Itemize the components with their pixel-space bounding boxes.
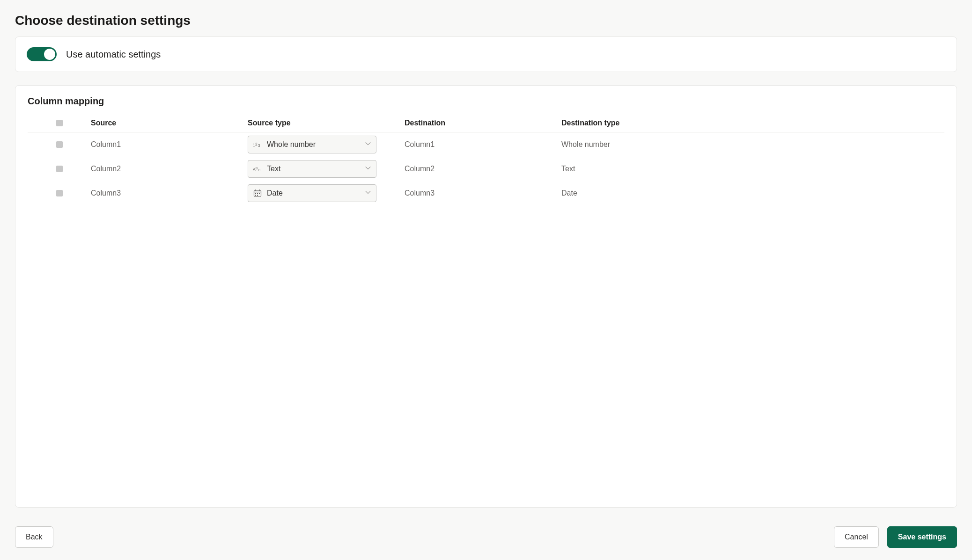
source-cell: Column2 xyxy=(91,165,248,173)
column-mapping-title: Column mapping xyxy=(28,96,944,107)
source-type-select[interactable]: 1 2 3 Whole number xyxy=(248,136,376,153)
text-icon: A B C xyxy=(253,164,262,174)
destination-type-cell: Text xyxy=(561,165,944,173)
page-title: Choose destination settings xyxy=(0,0,972,36)
chevron-down-icon xyxy=(365,140,371,149)
row-checkbox[interactable] xyxy=(56,190,63,196)
source-type-select[interactable]: Date xyxy=(248,184,376,202)
auto-settings-card: Use automatic settings xyxy=(15,36,957,72)
select-all-checkbox[interactable] xyxy=(56,120,63,126)
source-type-value: Text xyxy=(267,165,280,173)
table-row: Column3 xyxy=(28,181,944,205)
source-cell: Column3 xyxy=(91,189,248,197)
toggle-knob xyxy=(44,49,55,60)
table-row: Column1 1 2 3 Whole number xyxy=(28,132,944,157)
destination-cell: Column3 xyxy=(405,189,561,197)
cancel-button[interactable]: Cancel xyxy=(834,526,879,548)
row-checkbox[interactable] xyxy=(56,141,63,148)
header-destination-type: Destination type xyxy=(561,119,944,127)
footer: Back Cancel Save settings xyxy=(0,517,972,560)
svg-text:C: C xyxy=(258,168,261,172)
number-icon: 1 2 3 xyxy=(253,140,262,149)
source-type-value: Date xyxy=(267,189,283,197)
destination-type-cell: Date xyxy=(561,189,944,197)
svg-rect-13 xyxy=(255,195,256,196)
destination-cell: Column2 xyxy=(405,165,561,173)
chevron-down-icon xyxy=(365,189,371,197)
source-type-select[interactable]: A B C Text xyxy=(248,160,376,178)
column-mapping-card: Column mapping Source Source type Destin… xyxy=(15,85,957,508)
table-row: Column2 A B C Text xyxy=(28,157,944,181)
header-source: Source xyxy=(91,119,248,127)
destination-type-cell: Whole number xyxy=(561,140,944,149)
save-button[interactable]: Save settings xyxy=(887,526,957,548)
svg-rect-14 xyxy=(257,195,258,196)
svg-rect-12 xyxy=(259,193,260,194)
auto-settings-label: Use automatic settings xyxy=(66,49,161,60)
date-icon xyxy=(253,189,262,198)
svg-text:3: 3 xyxy=(258,143,260,148)
row-checkbox[interactable] xyxy=(56,166,63,172)
source-type-value: Whole number xyxy=(267,140,316,149)
header-source-type: Source type xyxy=(248,119,405,127)
header-destination: Destination xyxy=(405,119,561,127)
svg-rect-11 xyxy=(257,193,258,194)
chevron-down-icon xyxy=(365,165,371,173)
svg-text:2: 2 xyxy=(255,142,258,146)
column-mapping-table: Source Source type Destination Destinati… xyxy=(28,119,944,205)
svg-rect-10 xyxy=(255,193,256,194)
table-header-row: Source Source type Destination Destinati… xyxy=(28,119,944,132)
destination-cell: Column1 xyxy=(405,140,561,149)
auto-settings-toggle[interactable] xyxy=(27,47,57,61)
source-cell: Column1 xyxy=(91,140,248,149)
back-button[interactable]: Back xyxy=(15,526,53,548)
